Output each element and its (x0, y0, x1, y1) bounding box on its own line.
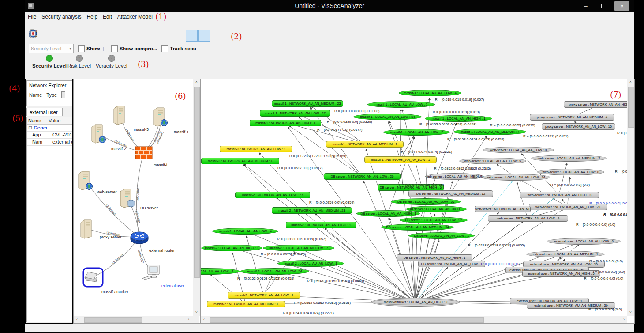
graph-node[interactable]: DB server : LOCAL_AN_AA_LOW : 1 (408, 232, 475, 239)
graph-node[interactable]: web-server : LOCAL_AU_AN_MEDIUM : 1 (425, 173, 484, 180)
topology-vscroll-thumb[interactable] (194, 87, 200, 278)
graph-node[interactable]: massif-2 : NETWORK_AN_AA_LOW : 1 (228, 292, 300, 299)
prop-col-value[interactable]: Value (47, 117, 72, 124)
export-pdf-icon[interactable]: PDF (139, 30, 151, 42)
checkbox-show-compro-[interactable] (111, 45, 118, 52)
collapse-icon[interactable]: ⊟ (28, 125, 34, 130)
graph-node[interactable]: web-server : NETWORK_AU_AN_MEDIUM : 1 (475, 206, 531, 212)
graph-node[interactable]: web-server : LOCAL_AN_AN_LOW : 74 (481, 174, 550, 181)
restore-button[interactable] (596, 1, 611, 11)
explorer-col-type[interactable]: Type (46, 92, 57, 98)
graph-node[interactable]: massif-3 : NETWORK_AU_AN_MEDIUM : 1 (201, 158, 279, 164)
graph-node[interactable]: massif-1 : LOCAL_AU_AU_LOW : 1 (367, 101, 435, 108)
graph-node[interactable]: massif-1 : NETWORK_AN_AA_LOW : 1 (364, 156, 437, 163)
scroll-down-icon[interactable]: ˅ (193, 309, 200, 316)
scroll-left-icon[interactable]: ‹ (74, 316, 80, 323)
save-icon[interactable] (55, 30, 67, 42)
graph-hscrollbar[interactable]: ‹ › (201, 316, 627, 323)
pan-mode-icon[interactable] (198, 30, 210, 42)
security-level-select[interactable]: Security Level▾ (29, 44, 74, 53)
graph-node[interactable]: DB server : NETWORK_AN_AN_LOW : 20 (324, 173, 401, 180)
scroll-down-icon[interactable]: ˅ (627, 309, 634, 316)
graph-node[interactable]: external user : NETWORK_AN_AN_HIGH : 5 (522, 270, 600, 277)
alarm-off-icon[interactable] (110, 30, 122, 42)
graph-node[interactable]: DB server : NETWORK_AN_AU_HIGH : 1 (397, 254, 472, 261)
minimize-button[interactable]: – (578, 1, 593, 11)
snapshot-icon[interactable] (156, 30, 168, 42)
graph-node[interactable]: web-server : LOCAL_AU_AU_LOW : 5 (459, 158, 526, 164)
scroll-left-icon[interactable]: ‹ (201, 316, 207, 323)
indicator-risk-level[interactable]: ?Risk Level (67, 55, 91, 68)
graph-node[interactable]: DB server : NETWORK_AN_AU_LOW : 1 (418, 261, 485, 267)
scroll-up-icon[interactable]: ˄ (627, 79, 634, 86)
topology-node-massif-1[interactable] (154, 108, 168, 126)
close-button[interactable]: × (614, 1, 629, 11)
topology-node-massif-attacker[interactable] (83, 268, 103, 287)
graph-node[interactable]: massif-2 : LOCAL_AN_AN_LOW : 54 (240, 268, 309, 275)
graph-node[interactable]: web-server : NETWORK_AN_AN_HIGH : 3 (520, 192, 599, 198)
graph-node[interactable]: massif-1 : NETWORK_AN_AN_LOW : 27 (260, 110, 330, 117)
topology-node-external-router[interactable] (131, 232, 148, 244)
menu-item-help[interactable]: Help (84, 13, 100, 21)
menu-item-edit[interactable]: Edit (100, 13, 115, 21)
topology-node-massif-3[interactable] (114, 106, 124, 125)
graph-node[interactable]: massif-3 : NETWORK_AN_AN_LOW : 1 (220, 146, 292, 152)
graph-node[interactable]: DB server : LOCAL_AU_AU_LOW : 56 (391, 198, 461, 205)
graph-node[interactable]: massif-2 : LOCAL_AU_AA_LOW : 4 (212, 228, 278, 235)
menu-item-file[interactable]: File (25, 13, 39, 21)
zoom-in-icon[interactable] (211, 30, 223, 42)
scroll-right-icon[interactable]: › (185, 316, 192, 323)
graph-node[interactable]: DB server : LOCAL_AU_AN_MEDIUM : 54 (381, 224, 454, 231)
graph-node[interactable]: massif-2 : LOCAL_AN_AN_HIGH : 1 (201, 245, 262, 251)
indicator-security-level[interactable]: Security Level (32, 55, 67, 68)
edit-mode-icon[interactable] (186, 30, 198, 42)
graph-hscroll-thumb[interactable] (210, 317, 484, 323)
graph-vscrollbar[interactable]: ˄ ˅ (627, 79, 634, 316)
prop-col-name[interactable]: Name (27, 117, 47, 124)
graph-node[interactable]: web-server : LOCAL_AU_AA_MEDIUM : 2 (531, 155, 607, 162)
graph-node[interactable]: DB server : LOCAL_AN_AN_LOW : 92 (400, 217, 468, 223)
graph-node[interactable]: web-server : NETWORK_AN_AA_LOW : 9 (488, 215, 568, 222)
help-icon[interactable]: ? (254, 30, 266, 42)
topology-vscrollbar[interactable]: ˄ ˅ (193, 79, 200, 316)
topology-node-external-user[interactable] (142, 265, 159, 280)
alert-icon[interactable] (266, 30, 278, 42)
graph-node[interactable]: external user : LOCAL_AU_AU_LOW : 6 (547, 238, 621, 245)
graph-node[interactable]: massif-1 : NETWORK_AN_AA_MEDIUM : 1 (326, 141, 404, 148)
graph-node[interactable]: massif-2 : LOCAL_AU_AN_MEDIUM : 7 (263, 245, 334, 251)
graph-node[interactable]: web-server : LOCAL_AU_AA_LOW : 8 (483, 147, 554, 153)
image-icon[interactable] (127, 30, 139, 42)
import-model-icon[interactable] (71, 30, 83, 42)
graph-node[interactable]: massif-2 : LOCAL_AU_AU_LOW : 1 (277, 260, 344, 267)
graph-node[interactable]: external user : LOCAL_AN_AA_MEDIUM : 1 (526, 251, 605, 257)
property-row[interactable]: Namexternal u (27, 139, 72, 146)
alarm-icon[interactable] (97, 30, 109, 42)
graph-node[interactable]: proxy server : NETWORK_AN_AN_HIGH : 1 (564, 101, 627, 108)
graph-node[interactable]: massif-2 : NETWORK_AN_AN_LOW : 27 (235, 192, 310, 198)
graph-node[interactable]: DB server : LOCAL_AN_AA_HIGH : 1 (356, 210, 420, 217)
topology-node-massif-i[interactable] (135, 147, 152, 159)
graph-node[interactable]: DB server : LOCAL_AN_AN_HIGH : 9 (406, 206, 467, 212)
scroll-right-icon[interactable]: › (621, 316, 627, 323)
graph-node[interactable]: massif-attacker : LOCAL_AN_AN_HIGH : 9 (371, 298, 460, 307)
graph-node[interactable]: massif-1 : LOCAL_AN_AN_HIGH : 1 (425, 115, 492, 122)
graph-node[interactable]: massif-2 : NETWORK_AU_AN_MEDIUM : 23 (272, 207, 352, 214)
property-row[interactable]: ⊟ General (27, 125, 72, 132)
graph-node[interactable]: massif-2 : NETWORK_AN_AN_HIGH : 1 (286, 222, 356, 228)
topology-node-DB-server[interactable] (120, 189, 134, 208)
property-row[interactable]: AppCVE-201 (27, 132, 72, 139)
graph-vscroll-thumb[interactable] (628, 87, 634, 128)
explorer-columns-button[interactable]: ≡ (61, 91, 65, 98)
open-icon[interactable] (42, 30, 54, 42)
explorer-col-name[interactable]: Name (29, 92, 42, 98)
graph-node[interactable]: massif-1 : LOCAL_AU_AN_MEDIUM : 7 (453, 129, 526, 135)
graph-node[interactable]: web-server : LOCAL_AN_AA_LOW : 8 (537, 169, 604, 175)
graph-node[interactable]: massif-1 : LOCAL_AN_AN_LOW : 54 (353, 114, 422, 120)
menu-item-security-analysis[interactable]: Security analysis (39, 13, 84, 21)
indicator-veracity-level[interactable]: ?Veracity Level (96, 55, 127, 68)
checkbox-show[interactable] (78, 45, 85, 52)
topology-hscroll-thumb[interactable] (84, 317, 142, 323)
topology-canvas[interactable]: UnknownUnknownUnknownUnknownUnknownUnkno… (74, 79, 192, 315)
topology-node-proxy-server[interactable] (81, 220, 91, 238)
copy-view-icon[interactable] (169, 30, 181, 42)
